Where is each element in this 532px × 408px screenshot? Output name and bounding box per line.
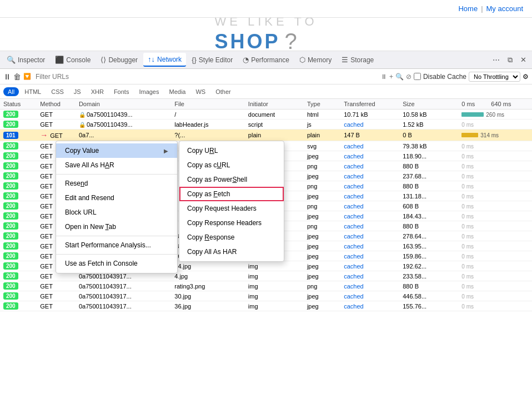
type-cell: jpeg (304, 191, 340, 201)
table-row[interactable]: 200GET0a750011043917...30.jpgimgjpegcach… (0, 291, 532, 301)
status-badge: 200 (3, 282, 18, 290)
col-transferred[interactable]: Transferred (340, 99, 399, 110)
type-tab-all[interactable]: All (3, 87, 19, 96)
status-cell: 101 (0, 130, 37, 141)
status-badge: 200 (3, 232, 18, 240)
time-label: 0 ms (461, 183, 474, 190)
context-menu-block-url[interactable]: Block URL (56, 205, 177, 220)
transferred-cell: cached (340, 161, 399, 171)
size-cell: 608 B (399, 201, 458, 211)
status-badge: 200 (3, 252, 18, 260)
context-menu-edit-resend[interactable]: Edit and Resend (56, 191, 177, 205)
timing-bar (461, 112, 484, 117)
time-label: 0 ms (461, 233, 474, 240)
throttle-select[interactable]: No Throttling Fast 3G Slow 3G Offline (469, 72, 520, 82)
context-menu-open-tab[interactable]: Open in New Tab (56, 220, 177, 234)
submenu-copy-url[interactable]: Copy URL (179, 143, 284, 158)
type-filter-bar: All HTML CSS JS XHR Fonts Images Media W… (0, 84, 532, 99)
more-button[interactable]: ⋯ (489, 54, 503, 66)
type-cell: jpeg (304, 271, 340, 281)
settings-icon[interactable]: ⚙ (523, 73, 529, 81)
table-row[interactable]: 101→ GET0a7...?(...plainplain147 B0 B314… (0, 130, 532, 141)
size-cell: 880 B (399, 181, 458, 191)
col-status[interactable]: Status (0, 99, 37, 110)
table-row[interactable]: 200GET🔒0a7500110439...labHeader.jsscript… (0, 120, 532, 130)
table-row[interactable]: 200GET🔒0a7500110439.../documenthtml10.71… (0, 110, 532, 120)
account-link[interactable]: My account (486, 4, 523, 13)
size-cell: 233.58... (399, 271, 458, 281)
tab-style-editor[interactable]: {} Style Editor (187, 53, 237, 66)
time-label: 0 ms (461, 303, 474, 310)
col-file[interactable]: File (171, 99, 245, 110)
submenu-copy-curl[interactable]: Copy as cURL (179, 158, 284, 172)
context-menu-use-fetch[interactable]: Use as Fetch in Console (56, 256, 177, 271)
method-cell: GET (37, 281, 76, 291)
size-cell: 192.62... (399, 261, 458, 271)
type-tab-xhr[interactable]: XHR (87, 87, 108, 96)
open-tab-label: Open in New Tab (65, 223, 116, 231)
tab-performance[interactable]: ◔ Performance (238, 53, 294, 66)
tab-network[interactable]: ↑↓ Network (143, 53, 186, 67)
status-badge: 200 (3, 292, 18, 300)
context-menu-copy-value[interactable]: Copy Value ▶ (56, 143, 177, 158)
tab-debugger[interactable]: ⟨⟩ Debugger (96, 53, 142, 66)
tab-style-editor-label: Style Editor (199, 56, 233, 64)
tab-storage[interactable]: ☰ Storage (337, 53, 378, 66)
block-url-label: Block URL (65, 208, 97, 216)
tab-memory[interactable]: ⬡ Memory (295, 53, 336, 66)
col-domain[interactable]: Domain (76, 99, 171, 110)
submenu-copy-res-headers[interactable]: Copy Response Headers (179, 216, 284, 230)
type-cell: jpeg (304, 211, 340, 221)
domain-cell: 🔒0a7500110439... (76, 110, 171, 120)
type-tab-other[interactable]: Other (211, 87, 235, 96)
table-row[interactable]: 200GET0a750011043917...36.jpgimgjpegcach… (0, 301, 532, 311)
status-cell: 200 (0, 151, 37, 161)
tab-inspector[interactable]: 🔍 Inspector (2, 53, 49, 66)
submenu-copy-ps[interactable]: Copy as PowerShell (179, 172, 284, 187)
trash-icon[interactable]: 🗑 (13, 72, 21, 81)
close-button[interactable]: ✕ (517, 54, 530, 66)
initiator-cell: img (245, 301, 304, 311)
time-label: 0 ms (461, 203, 474, 210)
table-row[interactable]: 200GET0a750011043917...rating3.pngimgpng… (0, 281, 532, 291)
context-menu-divider-1 (56, 174, 177, 175)
status-badge: 200 (3, 142, 18, 150)
home-link[interactable]: Home (458, 4, 478, 13)
time-label: 0 ms (461, 153, 474, 160)
col-size[interactable]: Size (399, 99, 458, 110)
add-filter-icon[interactable]: + (389, 73, 393, 81)
devtools-toolbar: 🔍 Inspector ⬛ Console ⟨⟩ Debugger ↑↓ Net… (0, 51, 532, 69)
type-tab-html[interactable]: HTML (20, 87, 46, 96)
time-label: 0 ms (461, 173, 474, 180)
type-tab-fonts[interactable]: Fonts (109, 87, 134, 96)
status-badge: 200 (3, 242, 18, 250)
context-menu-resend[interactable]: Resend (56, 176, 177, 191)
col-type[interactable]: Type (304, 99, 340, 110)
context-menu-save-all-har[interactable]: Save All As HAR (56, 158, 177, 172)
context-menu-perf[interactable]: Start Performance Analysis... (56, 238, 177, 252)
filter-url-input[interactable] (33, 72, 378, 82)
submenu-copy-all-har[interactable]: Copy All As HAR (179, 245, 284, 259)
tab-console[interactable]: ⬛ Console (51, 53, 95, 66)
type-tab-images[interactable]: Images (134, 87, 163, 96)
timing-cell: 260 ms (458, 110, 532, 120)
method-cell: → GET (37, 130, 76, 141)
submenu-copy-req-headers[interactable]: Copy Request Headers (179, 201, 284, 216)
type-tab-ws[interactable]: WS (191, 87, 210, 96)
transferred-cell: cached (340, 271, 399, 281)
block-filter-icon[interactable]: ⊘ (406, 73, 411, 81)
submenu-copy-fetch[interactable]: Copy as Fetch (179, 187, 284, 201)
disable-cache-checkbox[interactable] (414, 73, 421, 80)
type-tab-js[interactable]: JS (69, 87, 86, 96)
transferred-cell: cached (340, 201, 399, 211)
search-filter-icon[interactable]: 🔍 (395, 73, 404, 81)
col-initiator[interactable]: Initiator (245, 99, 304, 110)
file-cell: 36.jpg (171, 301, 245, 311)
col-method[interactable]: Method (37, 99, 76, 110)
pause-icon[interactable]: ⏸ (3, 72, 11, 81)
pause-recording-icon[interactable]: ⏸ (380, 73, 387, 81)
submenu-copy-response[interactable]: Copy Response (179, 230, 284, 245)
type-tab-css[interactable]: CSS (47, 87, 68, 96)
type-tab-media[interactable]: Media (164, 87, 190, 96)
dock-button[interactable]: ⧉ (504, 54, 516, 66)
